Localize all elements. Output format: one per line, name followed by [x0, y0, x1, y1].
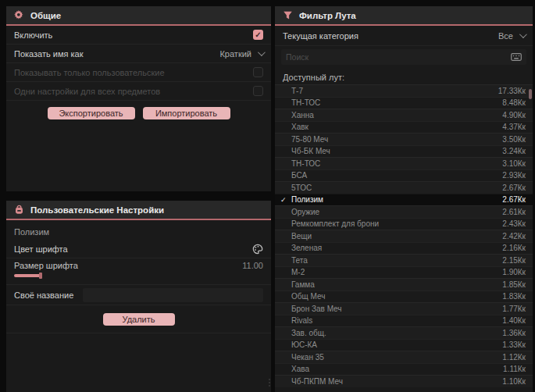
list-item[interactable]: БСА2.93Кк [275, 169, 533, 182]
scrollbar-thumb[interactable] [529, 89, 532, 99]
list-item[interactable]: ✓Полизим2.67Кк [275, 194, 533, 206]
list-item[interactable]: Зав. общ.1.36Кк [275, 326, 533, 339]
list-item[interactable]: Rivals1.40Кк [275, 315, 533, 327]
list-item[interactable]: Зеленая2.16Кк [275, 242, 533, 255]
loot-item-name: Вещи [291, 232, 502, 241]
loot-item-name: Зеленая [291, 244, 502, 252]
slider-fill [14, 274, 41, 277]
gear-icon [14, 10, 24, 20]
loot-item-value: 1.36Кк [502, 329, 526, 337]
list-item[interactable]: Чб-БК Меч3.24Кк [275, 145, 533, 158]
enable-checkbox[interactable]: ✓ [253, 30, 263, 40]
loot-item-value: 1.90Кк [502, 268, 526, 276]
loot-filter-panel: Фильтр Лута Текущая категория Все Доступ… [275, 6, 533, 392]
list-item[interactable]: ТН-ТОС3.10Кк [275, 157, 533, 169]
loot-item-value: 3.50Кк [502, 135, 526, 144]
keyboard-icon[interactable] [511, 53, 522, 61]
font-color-label: Цвет шрифта [14, 244, 68, 254]
loot-item-name: БСА [291, 171, 502, 180]
export-button[interactable]: Экспортировать [48, 107, 135, 119]
check-icon: ✓ [280, 196, 291, 204]
import-button[interactable]: Импортировать [143, 107, 230, 119]
loot-item-value: 1.40Кк [502, 316, 526, 325]
loot-item-value: 1.12Кк [502, 353, 526, 362]
list-item[interactable]: Чекан 351.12Кк [275, 351, 533, 363]
show-name-dropdown[interactable]: Краткий [219, 49, 263, 59]
loot-item-name: ТН-ТОС [291, 159, 502, 168]
loot-item-name: Брон Зав Меч [291, 305, 502, 313]
list-item[interactable]: Оружие2.61Кк [275, 205, 533, 218]
category-row: Текущая категория Все [275, 26, 533, 46]
list-item[interactable]: М-21.90Кк [275, 266, 533, 279]
search-field [281, 49, 526, 65]
palette-icon[interactable] [252, 244, 263, 255]
list-item[interactable]: Ханна4.90Кк [275, 109, 533, 121]
loot-item-value: 2.42Кк [502, 232, 526, 241]
delete-row: Удалить [6, 313, 271, 333]
loot-item-value: 1.85Кк [502, 280, 526, 289]
only-custom-row: Показывать только пользовательские [6, 63, 271, 82]
custom-name-label: Своё название [14, 290, 73, 300]
loot-item-name: Хавк [291, 123, 502, 131]
loot-item-value: 2.61Кк [502, 208, 526, 216]
custom-settings-panel: Пользовательские Настройки Полизим Цвет … [6, 201, 271, 392]
loot-item-value: 3.24Кк [502, 147, 526, 155]
loot-item-value: 1.83Кк [502, 292, 526, 301]
font-size-value: 11.00 [242, 261, 263, 270]
font-color-row: Цвет шрифта [6, 240, 271, 258]
loot-item-name: ТН-ТОС [291, 98, 502, 107]
list-item[interactable]: Тета2.15Кк [275, 254, 533, 266]
font-size-slider[interactable] [14, 273, 263, 278]
custom-settings-title: Пользовательские Настройки [30, 205, 164, 215]
loot-item-name: Т-7 [291, 87, 498, 95]
loot-item-value: 2.67Кк [502, 184, 526, 192]
general-panel-title: Общие [30, 11, 61, 20]
loot-item-value: 2.43Кк [502, 219, 526, 228]
list-item[interactable]: 75-80 Меч3.50Кк [275, 133, 533, 145]
slider-handle[interactable] [39, 273, 42, 279]
custom-name-row: Своё название [6, 285, 271, 305]
category-value: Все [498, 31, 513, 41]
loot-item-name: Чб-БК Меч [291, 147, 502, 155]
enable-row: Включить ✓ [6, 26, 271, 45]
search-input[interactable] [286, 52, 506, 62]
list-item[interactable]: Хава1.11Кк [275, 363, 533, 376]
loot-filter-header: Фильтр Лута [275, 6, 533, 26]
font-size-row: Размер шрифта 11.00 [6, 258, 271, 285]
list-item[interactable]: Т-717.33Кк [275, 84, 533, 97]
loot-item-name: Чекан 35 [291, 353, 502, 362]
list-item[interactable]: 5ТОС2.67Кк [275, 181, 533, 194]
category-dropdown[interactable]: Все [498, 31, 525, 41]
show-name-value: Краткий [219, 49, 251, 59]
enable-label: Включить [14, 30, 52, 40]
only-custom-checkbox[interactable] [253, 67, 263, 77]
splitter-handle[interactable] [268, 379, 271, 390]
loot-item-name: 75-80 Меч [291, 135, 502, 144]
loot-item-value: 2.16Кк [502, 244, 526, 252]
backpack-icon [14, 205, 24, 215]
chevron-down-icon [519, 30, 527, 38]
loot-item-value: 1.77Кк [502, 305, 526, 313]
loot-item-value: 2.93Кк [502, 171, 526, 180]
loot-item-name: ЮС-КА [291, 340, 502, 349]
list-item[interactable]: Брон Зав Меч1.77Кк [275, 302, 533, 315]
custom-name-input[interactable] [83, 288, 263, 302]
loot-item-name: Ханна [291, 111, 502, 119]
delete-button[interactable]: Удалить [103, 313, 175, 326]
same-settings-checkbox[interactable] [253, 86, 263, 96]
list-item[interactable]: Чб-ПКПМ Меч1.10Кк [275, 375, 533, 387]
list-item[interactable]: ТН-ТОС8.48Кк [275, 97, 533, 109]
general-panel-header: Общие [6, 6, 271, 26]
list-item[interactable]: Вещи2.42Кк [275, 230, 533, 242]
loot-item-value: 1.33Кк [502, 340, 526, 349]
list-item[interactable]: Общ Меч1.83Кк [275, 290, 533, 303]
list-item[interactable]: Ремкомплект для брони2.43Кк [275, 218, 533, 230]
list-item[interactable]: Гамма1.85Кк [275, 278, 533, 290]
loot-item-value: 3.10Кк [502, 159, 526, 168]
loot-item-name: Хава [291, 365, 503, 373]
loot-item-value: 2.15Кк [502, 256, 526, 265]
loot-item-name: Rivals [291, 316, 502, 325]
list-item[interactable]: Хавк4.37Кк [275, 121, 533, 134]
loot-list: Т-717.33КкТН-ТОС8.48КкХанна4.90КкХавк4.3… [275, 84, 533, 387]
list-item[interactable]: ЮС-КА1.33Кк [275, 339, 533, 351]
